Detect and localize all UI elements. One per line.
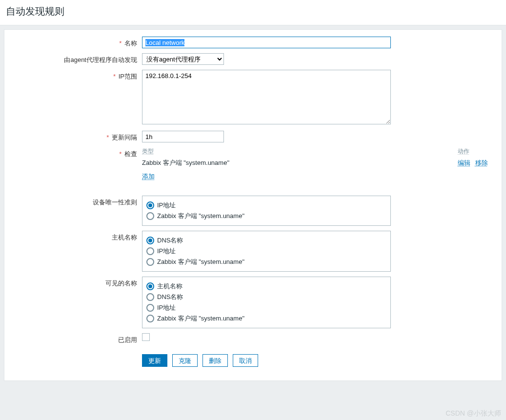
uniqueness-radio[interactable] — [146, 201, 154, 209]
uniqueness-option-label[interactable]: IP地址 — [157, 201, 176, 210]
visiblename-radio[interactable] — [146, 282, 154, 290]
checks-header-action: 动作 — [458, 148, 469, 155]
visiblename-radio[interactable] — [146, 315, 154, 322]
label-agent-discovery: 由agent代理程序自动发现 — [9, 53, 142, 64]
cancel-button[interactable]: 取消 — [233, 354, 258, 367]
visiblename-option-label[interactable]: 主机名称 — [157, 282, 182, 291]
visiblename-option-label[interactable]: DNS名称 — [157, 293, 183, 301]
label-hostname: 主机名称 — [9, 231, 142, 242]
label-enabled: 已启用 — [9, 333, 142, 344]
visiblename-option-label[interactable]: Zabbix 客户端 "system.uname" — [157, 314, 244, 323]
label-name: * 名称 — [9, 37, 142, 48]
agent-proxy-select[interactable]: 没有agent代理程序 — [142, 53, 224, 65]
uniqueness-radio[interactable] — [146, 212, 154, 220]
page-title: 自动发现规则 — [0, 0, 506, 25]
update-interval-input[interactable] — [142, 131, 224, 142]
enabled-checkbox[interactable] — [142, 333, 150, 341]
hostname-radio[interactable] — [146, 247, 154, 255]
add-check-link[interactable]: 添加 — [142, 173, 155, 180]
check-type-label: Zabbix 客户端 "system.uname" — [142, 159, 458, 167]
visiblename-option-label[interactable]: IP地址 — [157, 303, 176, 312]
visible-name-group: 主机名称DNS名称IP地址Zabbix 客户端 "system.uname" — [142, 277, 391, 328]
visiblename-radio[interactable] — [146, 304, 154, 312]
label-checks: * 检查 — [9, 147, 142, 159]
hostname-radio[interactable] — [146, 237, 154, 244]
form-panel: * 名称 由agent代理程序自动发现 没有agent代理程序 * IP范围 *… — [4, 29, 502, 381]
hostname-option-label[interactable]: IP地址 — [157, 247, 176, 256]
remove-check-link[interactable]: 移除 — [475, 159, 488, 166]
checks-header-type: 类型 — [142, 148, 154, 155]
hostname-option-label[interactable]: Zabbix 客户端 "system.uname" — [157, 258, 244, 266]
update-button[interactable]: 更新 — [142, 354, 167, 367]
edit-check-link[interactable]: 编辑 — [458, 159, 470, 166]
clone-button[interactable]: 克隆 — [172, 354, 198, 367]
label-uniqueness: 设备唯一性准则 — [9, 196, 142, 207]
name-input[interactable] — [142, 37, 391, 48]
ip-range-textarea[interactable] — [142, 70, 391, 124]
label-visible-name: 可见的名称 — [9, 277, 142, 288]
visiblename-radio[interactable] — [146, 293, 154, 301]
label-ip-range: * IP范围 — [9, 70, 142, 81]
hostname-group: DNS名称IP地址Zabbix 客户端 "system.uname" — [142, 231, 391, 272]
check-row: Zabbix 客户端 "system.uname" 编辑 移除 — [142, 159, 497, 167]
delete-button[interactable]: 删除 — [202, 354, 228, 367]
hostname-option-label[interactable]: DNS名称 — [157, 236, 183, 245]
uniqueness-group: IP地址Zabbix 客户端 "system.uname" — [142, 196, 391, 226]
uniqueness-option-label[interactable]: Zabbix 客户端 "system.uname" — [157, 212, 244, 220]
label-update-interval: * 更新间隔 — [9, 131, 142, 142]
hostname-radio[interactable] — [146, 258, 154, 266]
